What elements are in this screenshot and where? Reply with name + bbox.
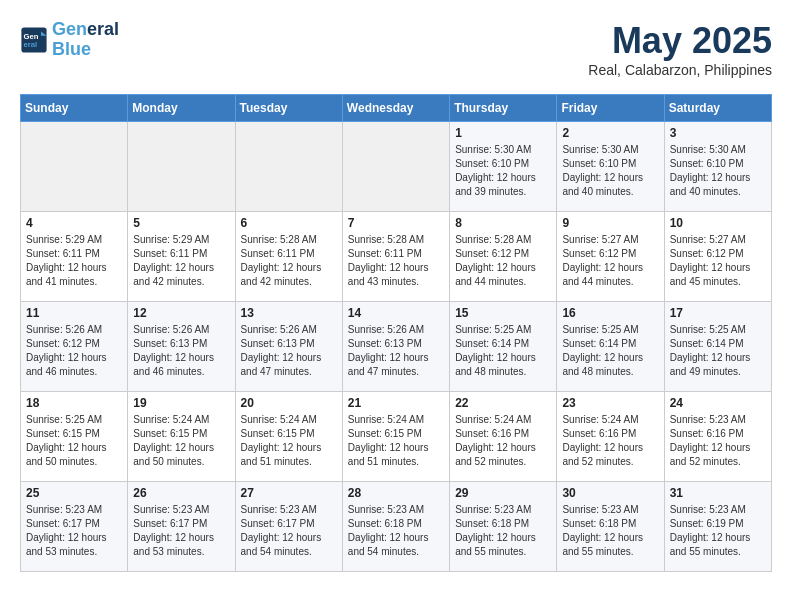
page-header: Gen eral GeneralBlue May 2025 Real, Cala… [20,20,772,78]
day-number: 29 [455,486,551,500]
day-detail: Sunrise: 5:25 AMSunset: 6:14 PMDaylight:… [670,323,766,379]
calendar-cell: 15Sunrise: 5:25 AMSunset: 6:14 PMDayligh… [450,302,557,392]
day-number: 20 [241,396,337,410]
day-detail: Sunrise: 5:28 AMSunset: 6:11 PMDaylight:… [348,233,444,289]
header-saturday: Saturday [664,95,771,122]
calendar-cell: 11Sunrise: 5:26 AMSunset: 6:12 PMDayligh… [21,302,128,392]
day-number: 5 [133,216,229,230]
header-thursday: Thursday [450,95,557,122]
calendar-cell: 23Sunrise: 5:24 AMSunset: 6:16 PMDayligh… [557,392,664,482]
day-number: 12 [133,306,229,320]
calendar-cell [235,122,342,212]
calendar-week-row: 11Sunrise: 5:26 AMSunset: 6:12 PMDayligh… [21,302,772,392]
calendar-cell: 5Sunrise: 5:29 AMSunset: 6:11 PMDaylight… [128,212,235,302]
calendar-cell: 13Sunrise: 5:26 AMSunset: 6:13 PMDayligh… [235,302,342,392]
day-detail: Sunrise: 5:28 AMSunset: 6:11 PMDaylight:… [241,233,337,289]
day-detail: Sunrise: 5:23 AMSunset: 6:19 PMDaylight:… [670,503,766,559]
day-detail: Sunrise: 5:23 AMSunset: 6:18 PMDaylight:… [562,503,658,559]
calendar-header-row: SundayMondayTuesdayWednesdayThursdayFrid… [21,95,772,122]
day-detail: Sunrise: 5:26 AMSunset: 6:12 PMDaylight:… [26,323,122,379]
calendar-week-row: 4Sunrise: 5:29 AMSunset: 6:11 PMDaylight… [21,212,772,302]
day-number: 13 [241,306,337,320]
day-number: 21 [348,396,444,410]
header-tuesday: Tuesday [235,95,342,122]
calendar-table: SundayMondayTuesdayWednesdayThursdayFrid… [20,94,772,572]
day-detail: Sunrise: 5:23 AMSunset: 6:16 PMDaylight:… [670,413,766,469]
header-monday: Monday [128,95,235,122]
day-detail: Sunrise: 5:29 AMSunset: 6:11 PMDaylight:… [133,233,229,289]
day-number: 26 [133,486,229,500]
day-detail: Sunrise: 5:24 AMSunset: 6:15 PMDaylight:… [241,413,337,469]
calendar-week-row: 1Sunrise: 5:30 AMSunset: 6:10 PMDaylight… [21,122,772,212]
calendar-cell: 3Sunrise: 5:30 AMSunset: 6:10 PMDaylight… [664,122,771,212]
day-number: 11 [26,306,122,320]
calendar-cell: 12Sunrise: 5:26 AMSunset: 6:13 PMDayligh… [128,302,235,392]
svg-text:Gen: Gen [24,31,39,40]
day-number: 10 [670,216,766,230]
day-number: 3 [670,126,766,140]
day-number: 16 [562,306,658,320]
logo-text: GeneralBlue [52,20,119,60]
day-number: 4 [26,216,122,230]
day-number: 2 [562,126,658,140]
day-number: 8 [455,216,551,230]
day-number: 28 [348,486,444,500]
day-number: 25 [26,486,122,500]
calendar-cell: 21Sunrise: 5:24 AMSunset: 6:15 PMDayligh… [342,392,449,482]
day-number: 7 [348,216,444,230]
day-number: 17 [670,306,766,320]
day-number: 15 [455,306,551,320]
day-number: 24 [670,396,766,410]
calendar-cell: 18Sunrise: 5:25 AMSunset: 6:15 PMDayligh… [21,392,128,482]
logo: Gen eral GeneralBlue [20,20,119,60]
title-area: May 2025 Real, Calabarzon, Philippines [588,20,772,78]
day-number: 22 [455,396,551,410]
calendar-cell: 10Sunrise: 5:27 AMSunset: 6:12 PMDayligh… [664,212,771,302]
calendar-cell [342,122,449,212]
calendar-cell: 29Sunrise: 5:23 AMSunset: 6:18 PMDayligh… [450,482,557,572]
subtitle: Real, Calabarzon, Philippines [588,62,772,78]
day-number: 30 [562,486,658,500]
calendar-cell: 9Sunrise: 5:27 AMSunset: 6:12 PMDaylight… [557,212,664,302]
day-number: 1 [455,126,551,140]
calendar-cell: 16Sunrise: 5:25 AMSunset: 6:14 PMDayligh… [557,302,664,392]
calendar-cell: 24Sunrise: 5:23 AMSunset: 6:16 PMDayligh… [664,392,771,482]
calendar-cell: 26Sunrise: 5:23 AMSunset: 6:17 PMDayligh… [128,482,235,572]
day-detail: Sunrise: 5:30 AMSunset: 6:10 PMDaylight:… [455,143,551,199]
calendar-cell: 28Sunrise: 5:23 AMSunset: 6:18 PMDayligh… [342,482,449,572]
day-detail: Sunrise: 5:25 AMSunset: 6:14 PMDaylight:… [562,323,658,379]
calendar-cell: 25Sunrise: 5:23 AMSunset: 6:17 PMDayligh… [21,482,128,572]
calendar-cell: 4Sunrise: 5:29 AMSunset: 6:11 PMDaylight… [21,212,128,302]
day-detail: Sunrise: 5:23 AMSunset: 6:18 PMDaylight:… [348,503,444,559]
day-detail: Sunrise: 5:24 AMSunset: 6:16 PMDaylight:… [562,413,658,469]
day-detail: Sunrise: 5:27 AMSunset: 6:12 PMDaylight:… [562,233,658,289]
calendar-cell: 31Sunrise: 5:23 AMSunset: 6:19 PMDayligh… [664,482,771,572]
month-title: May 2025 [588,20,772,62]
calendar-cell: 14Sunrise: 5:26 AMSunset: 6:13 PMDayligh… [342,302,449,392]
calendar-cell: 2Sunrise: 5:30 AMSunset: 6:10 PMDaylight… [557,122,664,212]
day-number: 31 [670,486,766,500]
header-friday: Friday [557,95,664,122]
header-wednesday: Wednesday [342,95,449,122]
day-detail: Sunrise: 5:24 AMSunset: 6:16 PMDaylight:… [455,413,551,469]
day-detail: Sunrise: 5:23 AMSunset: 6:18 PMDaylight:… [455,503,551,559]
day-detail: Sunrise: 5:24 AMSunset: 6:15 PMDaylight:… [348,413,444,469]
calendar-cell: 17Sunrise: 5:25 AMSunset: 6:14 PMDayligh… [664,302,771,392]
calendar-cell: 7Sunrise: 5:28 AMSunset: 6:11 PMDaylight… [342,212,449,302]
day-number: 6 [241,216,337,230]
day-detail: Sunrise: 5:24 AMSunset: 6:15 PMDaylight:… [133,413,229,469]
calendar-cell: 8Sunrise: 5:28 AMSunset: 6:12 PMDaylight… [450,212,557,302]
calendar-week-row: 18Sunrise: 5:25 AMSunset: 6:15 PMDayligh… [21,392,772,482]
day-number: 9 [562,216,658,230]
calendar-cell: 6Sunrise: 5:28 AMSunset: 6:11 PMDaylight… [235,212,342,302]
day-detail: Sunrise: 5:23 AMSunset: 6:17 PMDaylight:… [241,503,337,559]
calendar-cell: 27Sunrise: 5:23 AMSunset: 6:17 PMDayligh… [235,482,342,572]
day-detail: Sunrise: 5:27 AMSunset: 6:12 PMDaylight:… [670,233,766,289]
day-number: 14 [348,306,444,320]
day-detail: Sunrise: 5:26 AMSunset: 6:13 PMDaylight:… [241,323,337,379]
day-detail: Sunrise: 5:30 AMSunset: 6:10 PMDaylight:… [562,143,658,199]
day-number: 23 [562,396,658,410]
day-detail: Sunrise: 5:25 AMSunset: 6:15 PMDaylight:… [26,413,122,469]
day-detail: Sunrise: 5:26 AMSunset: 6:13 PMDaylight:… [348,323,444,379]
day-detail: Sunrise: 5:25 AMSunset: 6:14 PMDaylight:… [455,323,551,379]
